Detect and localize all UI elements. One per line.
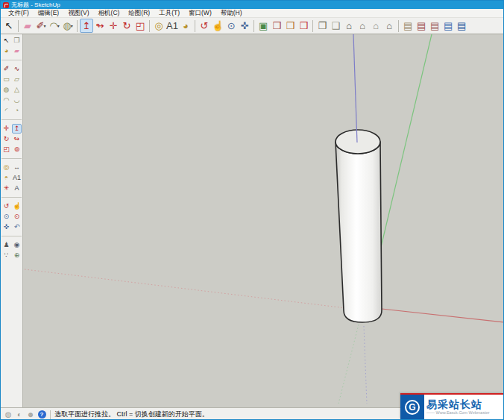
- help-button[interactable]: ?: [37, 410, 46, 419]
- menu-draw[interactable]: 绘图(R): [124, 9, 154, 18]
- eraser-tool-button[interactable]: ▰: [21, 19, 34, 33]
- watermark-logo-icon: G: [405, 400, 420, 415]
- axes-tool-button[interactable]: ✳: [1, 184, 11, 193]
- make-component-button[interactable]: ❐: [12, 36, 22, 46]
- menu-window[interactable]: 窗口(W): [184, 9, 216, 18]
- share-component-button[interactable]: ❒: [297, 19, 310, 33]
- arc-tool-button[interactable]: ◠▾: [48, 19, 61, 33]
- select-tool-button[interactable]: ↖: [1, 36, 11, 46]
- toolbar-separator: [195, 20, 195, 32]
- text-tool-button[interactable]: A1: [166, 19, 179, 33]
- walk-tool-button[interactable]: ∵: [1, 251, 11, 260]
- zoom-extents-tool-button[interactable]: ✜: [238, 19, 251, 33]
- zoom-tool-button[interactable]: ⊙: [1, 212, 11, 222]
- previous-view-tool-button[interactable]: ↶: [12, 222, 22, 232]
- follow-me-tool-button[interactable]: ↬: [12, 134, 22, 144]
- dropdown-arrow-icon[interactable]: ▾: [71, 23, 73, 28]
- pie-tool-button[interactable]: ◔: [12, 106, 22, 116]
- tape-measure-tool-icon: ◎: [154, 21, 163, 31]
- scale-tool-button[interactable]: ◰: [133, 19, 147, 33]
- push-pull-tool-button[interactable]: ↥: [80, 19, 93, 33]
- previous-view-tool-icon: ↶: [14, 224, 20, 231]
- eraser-tool-button[interactable]: ▰: [12, 46, 22, 56]
- select-tool-button[interactable]: ↖: [2, 19, 16, 33]
- menu-view[interactable]: 视图(V): [63, 9, 93, 18]
- text-tool-button[interactable]: A1: [12, 173, 22, 183]
- pan-tool-button[interactable]: ☝: [211, 19, 224, 33]
- follow-me-tool-button[interactable]: ↬: [93, 19, 107, 33]
- menu-file[interactable]: 文件(F): [4, 9, 34, 18]
- move-tool-button[interactable]: ✛: [107, 19, 120, 33]
- menu-tools[interactable]: 工具(T): [154, 9, 184, 18]
- dimension-tool-button[interactable]: ↔: [12, 163, 22, 172]
- dropdown-arrow-icon[interactable]: ▾: [43, 23, 45, 28]
- arc-tool-button[interactable]: ◠: [1, 95, 11, 105]
- tape-measure-tool-button[interactable]: ◎: [1, 163, 11, 172]
- watermark-title: 易采站长站: [426, 399, 503, 410]
- rectangle-tool-button[interactable]: ▭: [1, 75, 11, 84]
- zoom-window-tool-button[interactable]: ⊙: [12, 212, 22, 222]
- zoom-extents-tool-button[interactable]: ✜: [1, 222, 11, 232]
- move-tool-button[interactable]: ✛: [1, 124, 11, 134]
- geolocation-button[interactable]: ◍: [4, 410, 13, 419]
- rotate-tool-button[interactable]: ↻: [1, 134, 11, 144]
- get-models-icon: ❒: [272, 21, 281, 31]
- section-plane-tool-button[interactable]: ⊕: [12, 251, 22, 260]
- line-tool-button[interactable]: ✐: [1, 64, 11, 74]
- sign-in-button[interactable]: ☻: [26, 410, 35, 419]
- zoom-window-tool-icon: ⊙: [14, 213, 20, 220]
- view-iso-button[interactable]: ❐: [315, 19, 329, 33]
- view-front-button[interactable]: ⌂: [342, 19, 356, 33]
- text-tool-icon: A1: [13, 175, 21, 181]
- share-model-icon: ❒: [286, 21, 294, 31]
- rotated-rectangle-tool-button[interactable]: ▱: [12, 75, 22, 84]
- pan-tool-button[interactable]: ☝: [12, 201, 22, 211]
- image-view-icon: ▣: [259, 21, 268, 31]
- view-right-button[interactable]: ⌂: [356, 19, 369, 33]
- orbit-tool-button[interactable]: ↺: [1, 201, 11, 211]
- orbit-tool-button[interactable]: ↺: [198, 19, 211, 33]
- offset-tool-button[interactable]: ⊚: [12, 145, 22, 154]
- freehand-tool-button[interactable]: ∿: [12, 64, 22, 74]
- look-around-tool-button[interactable]: ◉: [12, 240, 22, 250]
- toolbar-separator: [149, 20, 150, 32]
- zoom-tool-button[interactable]: ⊙: [224, 19, 238, 33]
- position-camera-tool-button[interactable]: ♟: [1, 240, 11, 250]
- cylinder-model[interactable]: [336, 130, 382, 322]
- model-viewport[interactable]: [23, 34, 503, 407]
- warehouse-share-button[interactable]: ▤: [428, 19, 441, 33]
- paint-bucket-tool-button[interactable]: ◕: [179, 19, 192, 33]
- view-left-button[interactable]: ⌂: [382, 19, 396, 33]
- title-bar[interactable]: 无标题 - SketchUp: [1, 1, 503, 9]
- get-models-button[interactable]: ❒: [270, 19, 283, 33]
- warehouse-upload-button[interactable]: ▤: [441, 19, 455, 33]
- polygon-tool-button[interactable]: △: [12, 85, 22, 95]
- line-tool-button[interactable]: ✐▾: [34, 19, 48, 33]
- walk-tool-icon: ∵: [4, 252, 9, 259]
- image-view-button[interactable]: ▣: [256, 19, 270, 33]
- credits-button[interactable]: ◐: [15, 410, 24, 419]
- warehouse-blue-button[interactable]: ▤: [455, 19, 468, 33]
- share-model-button[interactable]: ❒: [283, 19, 297, 33]
- dropdown-arrow-icon[interactable]: ▾: [57, 23, 60, 28]
- push-pull-tool-button[interactable]: ↥: [12, 124, 22, 134]
- two-point-arc-tool-button[interactable]: ◡: [12, 95, 22, 105]
- menu-camera[interactable]: 相机(C): [94, 9, 125, 18]
- three-point-arc-tool-button[interactable]: ◜: [1, 106, 11, 116]
- toolbar-separator: [18, 20, 19, 32]
- view-iso-icon: ❐: [318, 21, 327, 31]
- view-top-button[interactable]: ❑: [329, 19, 342, 33]
- rotate-tool-button[interactable]: ↻: [120, 19, 133, 33]
- scale-tool-button[interactable]: ◰: [1, 145, 11, 154]
- view-back-button[interactable]: ⌂: [369, 19, 382, 33]
- circle-tool-button[interactable]: ◍▾: [61, 19, 75, 33]
- tape-measure-tool-button[interactable]: ◎: [152, 19, 166, 33]
- three-d-text-tool-button[interactable]: A: [12, 184, 22, 193]
- circle-tool-button[interactable]: ◍: [1, 85, 11, 95]
- menu-edit[interactable]: 编辑(E): [34, 9, 63, 18]
- paint-bucket-tool-button[interactable]: ◕: [1, 46, 11, 56]
- menu-help[interactable]: 帮助(H): [216, 9, 247, 18]
- protractor-tool-button[interactable]: ◓: [1, 173, 11, 183]
- warehouse-get-button[interactable]: ▤: [415, 19, 428, 33]
- warehouse-component-button[interactable]: ▤: [401, 19, 415, 33]
